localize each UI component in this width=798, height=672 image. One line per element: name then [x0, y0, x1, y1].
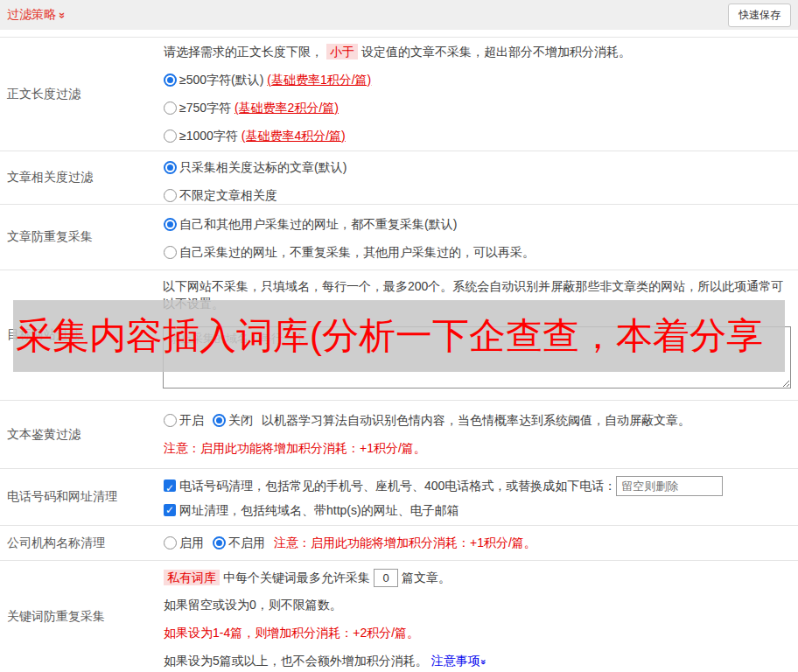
intro-highlight: 小于 [326, 44, 358, 60]
radio-icon[interactable] [164, 414, 177, 427]
option-note: (基础费率4积分/篇) [242, 129, 346, 143]
row-content-length-filter: 正文长度过滤 请选择需求的正文长度下限，小于设定值的文章不采集，超出部分不增加积… [0, 38, 798, 151]
overlay-text: 采集内容插入词库(分析一下企查查，本着分享 [13, 318, 763, 354]
radio-icon[interactable] [213, 536, 226, 550]
option-text: ≥1000字符 [179, 129, 238, 143]
keyword-note-five: 如果设为5篇或以上，也不会额外增加积分消耗。 注意事项 [164, 652, 791, 669]
url-clean-text: 网址清理，包括纯域名、带http(s)的网址、电子邮箱 [179, 503, 459, 517]
row-label: 关键词防重复采集 [0, 561, 164, 672]
row-label: 电话号码和网址清理 [0, 469, 164, 525]
radio-icon[interactable] [164, 536, 177, 550]
intro-pre: 请选择需求的正文长度下限， [164, 45, 323, 59]
radio-icon[interactable] [164, 246, 177, 259]
note-text: 如果设为5篇或以上，也不会额外增加积分消耗。 [164, 654, 428, 668]
radio-option-enable[interactable]: 启用 [164, 536, 204, 550]
row-content: 电话号码清理，包括常见的手机号、座机号、400电话格式，或替换成如下电话： 网址… [164, 469, 798, 525]
keyword-limit-line: 私有词库中每个关键词最多允许采集篇文章。 [164, 568, 791, 588]
porn-filter-note: 注意：启用此功能将增加积分消耗：+1积分/篇。 [164, 439, 791, 457]
radio-option-relevant-only[interactable]: 只采集相关度达标的文章(默认) [164, 158, 791, 176]
double-chevron-down-icon [478, 659, 487, 664]
radio-option-disable[interactable]: 不启用 [213, 536, 265, 550]
option-text: ≥750字符 [179, 101, 231, 115]
option-note: (基础费率1积分/篇) [267, 73, 371, 87]
option-text: 不启用 [228, 536, 265, 550]
radio-icon[interactable] [164, 102, 177, 115]
url-clean-option: 网址清理，包括纯域名、带http(s)的网址、电子邮箱 [164, 501, 791, 519]
row-keyword-dedup: 关键词防重复采集 私有词库中每个关键词最多允许采集篇文章。 如果留空或设为0，则… [0, 561, 798, 672]
limit-text-mid: 中每个关键词最多允许采集 [223, 570, 370, 584]
double-chevron-down-icon [57, 11, 68, 18]
filter-strategy-page: 过滤策略 快速保存 正文长度过滤 请选择需求的正文长度下限，小于设定值的文章不采… [0, 0, 798, 672]
radio-option-750[interactable]: ≥750字符 (基础费率2积分/篇) [164, 99, 791, 116]
company-clean-note: 注意：启用此功能将增加积分消耗：+1积分/篇。 [274, 536, 536, 550]
radio-option-500[interactable]: ≥500字符(默认) (基础费率1积分/篇) [164, 71, 791, 88]
row-content: 开启关闭以机器学习算法自动识别色情内容，当色情概率达到系统阈值，自动屏蔽文章。 … [164, 401, 798, 468]
checkbox-checked-icon[interactable] [164, 504, 176, 516]
max-articles-input[interactable] [374, 569, 398, 587]
radio-option-1000[interactable]: ≥1000字符 (基础费率4积分/篇) [164, 127, 791, 144]
radio-icon[interactable] [213, 414, 226, 427]
row-content: 只采集相关度达标的文章(默认) 不限定文章相关度 [164, 151, 798, 204]
porn-filter-description: 以机器学习算法自动识别色情内容，当色情概率达到系统阈值，自动屏蔽文章。 [262, 413, 690, 427]
row-relevance-filter: 文章相关度过滤 只采集相关度达标的文章(默认) 不限定文章相关度 [0, 151, 798, 205]
radio-option-dedup-self[interactable]: 自己采集过的网址，不重复采集，其他用户采集过的，可以再采。 [164, 243, 791, 261]
intro-post: 设定值的文章不采集，超出部分不增加积分消耗。 [361, 45, 631, 59]
row-label: 文本鉴黄过滤 [0, 401, 164, 468]
radio-icon[interactable] [164, 74, 177, 87]
page-title-label: 过滤策略 [7, 7, 56, 23]
limit-text-end: 篇文章。 [402, 570, 451, 584]
radio-option-no-limit[interactable]: 不限定文章相关度 [164, 186, 791, 204]
option-text: 启用 [179, 536, 204, 550]
keyword-note-unlimited: 如果留空或设为0，则不限篇数。 [164, 596, 791, 613]
option-text: ≥500字符(默认) [179, 73, 263, 87]
row-content: 启用不启用注意：启用此功能将增加积分消耗：+1积分/篇。 [164, 526, 798, 560]
option-text: 开启 [179, 413, 204, 427]
radio-icon[interactable] [164, 130, 177, 143]
row-label: 正文长度过滤 [0, 38, 164, 150]
length-intro: 请选择需求的正文长度下限，小于设定值的文章不采集，超出部分不增加积分消耗。 [164, 43, 791, 60]
porn-filter-options: 开启关闭以机器学习算法自动识别色情内容，当色情概率达到系统阈值，自动屏蔽文章。 [164, 411, 791, 429]
row-company-name-clean: 公司机构名称清理 启用不启用注意：启用此功能将增加积分消耗：+1积分/篇。 [0, 526, 798, 561]
row-label: 文章防重复采集 [0, 205, 164, 270]
option-text: 关闭 [228, 413, 253, 427]
radio-option-off[interactable]: 关闭 [213, 413, 253, 427]
page-header: 过滤策略 快速保存 [0, 0, 798, 30]
row-content: 自己和其他用户采集过的网址，都不重复采集(默认) 自己采集过的网址，不重复采集，… [164, 205, 798, 270]
radio-option-on[interactable]: 开启 [164, 413, 204, 427]
replacement-phone-input[interactable] [616, 476, 723, 496]
private-lexicon-pill[interactable]: 私有词库 [164, 570, 220, 585]
checkbox-checked-icon[interactable] [164, 480, 176, 492]
censor-overlay: 采集内容插入词库(分析一下企查查，本着分享 [13, 300, 785, 372]
phone-clean-text: 电话号码清理，包括常见的手机号、座机号、400电话格式，或替换成如下电话： [179, 479, 616, 493]
option-text: 自己采集过的网址，不重复采集，其他用户采集过的，可以再采。 [179, 245, 535, 259]
radio-icon[interactable] [164, 189, 177, 202]
quick-save-button[interactable]: 快速保存 [728, 4, 791, 27]
row-porn-filter: 文本鉴黄过滤 开启关闭以机器学习算法自动识别色情内容，当色情概率达到系统阈值，自… [0, 401, 798, 469]
option-note: (基础费率2积分/篇) [234, 101, 339, 115]
radio-icon[interactable] [164, 218, 177, 231]
option-text: 不限定文章相关度 [179, 188, 277, 202]
row-content: 请选择需求的正文长度下限，小于设定值的文章不采集，超出部分不增加积分消耗。 ≥5… [164, 38, 798, 150]
keyword-note-cost: 如果设为1-4篇，则增加积分消耗：+2积分/篇。 [164, 624, 791, 641]
row-label: 文章相关度过滤 [0, 151, 164, 204]
row-article-dedup: 文章防重复采集 自己和其他用户采集过的网址，都不重复采集(默认) 自己采集过的网… [0, 205, 798, 270]
row-phone-url-clean: 电话号码和网址清理 电话号码清理，包括常见的手机号、座机号、400电话格式，或替… [0, 469, 798, 526]
notice-link[interactable]: 注意事项 [431, 654, 480, 668]
page-title[interactable]: 过滤策略 [7, 7, 66, 23]
company-clean-options: 启用不启用注意：启用此功能将增加积分消耗：+1积分/篇。 [164, 534, 791, 551]
radio-icon[interactable] [164, 161, 177, 174]
option-text: 自己和其他用户采集过的网址，都不重复采集(默认) [179, 217, 457, 231]
row-content: 私有词库中每个关键词最多允许采集篇文章。 如果留空或设为0，则不限篇数。 如果设… [164, 561, 798, 672]
radio-option-dedup-all[interactable]: 自己和其他用户采集过的网址，都不重复采集(默认) [164, 215, 791, 233]
phone-clean-option: 电话号码清理，包括常见的手机号、座机号、400电话格式，或替换成如下电话： [164, 474, 791, 497]
option-text: 只采集相关度达标的文章(默认) [179, 160, 346, 174]
row-label: 公司机构名称清理 [0, 526, 164, 560]
